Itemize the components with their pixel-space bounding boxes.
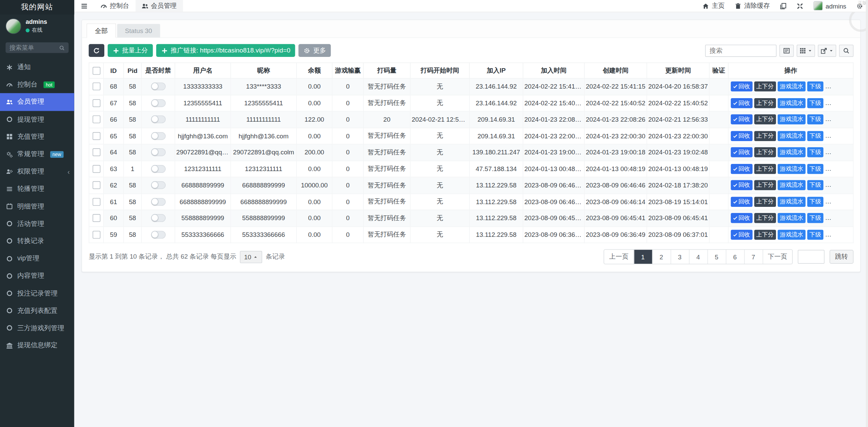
- sidebar-item[interactable]: 投注记录管理: [0, 285, 74, 302]
- batch-add-score-button[interactable]: 批量上分: [108, 44, 153, 57]
- ban-toggle[interactable]: [151, 99, 166, 107]
- recycle-button[interactable]: 回收: [731, 115, 752, 124]
- fullscreen-button[interactable]: [792, 0, 808, 12]
- ban-toggle[interactable]: [151, 83, 166, 91]
- recycle-button[interactable]: 回收: [731, 164, 752, 174]
- recycle-button[interactable]: 回收: [731, 213, 752, 223]
- subordinate-button[interactable]: 下级: [807, 98, 823, 108]
- sidebar-item[interactable]: 提现信息绑定: [0, 337, 74, 354]
- row-checkbox[interactable]: [92, 198, 100, 205]
- row-checkbox[interactable]: [92, 181, 100, 189]
- sidebar-item[interactable]: 活动管理: [0, 215, 74, 232]
- page-button[interactable]: 1: [633, 250, 652, 264]
- row-checkbox[interactable]: [92, 116, 100, 123]
- columns-button[interactable]: [797, 44, 815, 57]
- refresh-button[interactable]: [89, 44, 104, 57]
- page-button[interactable]: 3: [670, 250, 689, 264]
- filter-tab-status30[interactable]: Status 30: [117, 24, 160, 37]
- promo-link-button[interactable]: 推广链接: https://btcasino818.vip/#/?pid=0: [156, 44, 295, 57]
- copy-page-button[interactable]: [775, 0, 792, 12]
- game-flow-button[interactable]: 游戏流水: [778, 131, 806, 141]
- sidebar-item[interactable]: 轮播管理: [0, 180, 74, 198]
- ban-toggle[interactable]: [151, 116, 166, 123]
- subordinate-button[interactable]: 下级: [807, 180, 823, 190]
- game-flow-button[interactable]: 游戏流水: [778, 98, 806, 108]
- clear-cache-link[interactable]: 清除缓存: [730, 0, 775, 12]
- home-link[interactable]: 主页: [697, 0, 730, 12]
- sidebar-item[interactable]: 充值管理: [0, 128, 74, 146]
- recycle-button[interactable]: 回收: [731, 98, 752, 108]
- row-checkbox[interactable]: [92, 149, 100, 156]
- subordinate-button[interactable]: 下级: [807, 115, 823, 124]
- subordinate-button[interactable]: 下级: [807, 147, 823, 157]
- game-flow-button[interactable]: 游戏流水: [778, 81, 806, 91]
- table-search-button[interactable]: [839, 44, 854, 57]
- ban-toggle[interactable]: [151, 149, 166, 156]
- sidebar-search-input[interactable]: 搜索菜单: [5, 42, 69, 53]
- row-checkbox[interactable]: [92, 83, 100, 91]
- search-input[interactable]: [705, 44, 776, 57]
- recycle-button[interactable]: 回收: [731, 131, 752, 141]
- ban-toggle[interactable]: [151, 198, 166, 205]
- row-checkbox[interactable]: [92, 231, 100, 239]
- updown-button[interactable]: 上下分: [754, 180, 776, 190]
- sidebar-item[interactable]: 会员管理: [0, 93, 74, 111]
- detail-view-button[interactable]: [779, 44, 794, 57]
- updown-button[interactable]: 上下分: [754, 213, 776, 223]
- tab-member-management[interactable]: 会员管理: [135, 0, 183, 12]
- prev-page-button[interactable]: 上一页: [604, 250, 633, 264]
- sidebar-item[interactable]: 充值列表配置: [0, 302, 74, 319]
- updown-button[interactable]: 上下分: [754, 115, 776, 124]
- menu-toggle-icon[interactable]: [74, 0, 94, 12]
- sidebar-item[interactable]: 明细管理: [0, 198, 74, 215]
- subordinate-button[interactable]: 下级: [807, 213, 823, 223]
- user-menu[interactable]: admins: [808, 0, 851, 12]
- game-flow-button[interactable]: 游戏流水: [778, 230, 806, 240]
- game-flow-button[interactable]: 游戏流水: [778, 164, 806, 174]
- page-button[interactable]: 7: [744, 250, 762, 264]
- recycle-button[interactable]: 回收: [731, 230, 752, 240]
- recycle-button[interactable]: 回收: [731, 147, 752, 157]
- game-flow-button[interactable]: 游戏流水: [778, 147, 806, 157]
- page-button[interactable]: 5: [707, 250, 725, 264]
- updown-button[interactable]: 上下分: [754, 164, 776, 174]
- sidebar-item[interactable]: 常规管理new: [0, 146, 74, 163]
- ban-toggle[interactable]: [151, 231, 166, 239]
- sidebar-item[interactable]: 权限管理‹: [0, 163, 74, 180]
- game-flow-button[interactable]: 游戏流水: [778, 213, 806, 223]
- game-flow-button[interactable]: 游戏流水: [778, 197, 806, 207]
- sidebar-item[interactable]: 控制台hot: [0, 76, 74, 93]
- tab-console[interactable]: 控制台: [94, 0, 135, 12]
- jump-page-input[interactable]: [798, 250, 825, 264]
- updown-button[interactable]: 上下分: [754, 197, 776, 207]
- subordinate-button[interactable]: 下级: [807, 164, 823, 174]
- export-button[interactable]: [818, 44, 836, 57]
- recycle-button[interactable]: 回收: [731, 81, 752, 91]
- row-checkbox[interactable]: [92, 99, 100, 107]
- subordinate-button[interactable]: 下级: [807, 81, 823, 91]
- subordinate-button[interactable]: 下级: [807, 230, 823, 240]
- page-button[interactable]: 2: [652, 250, 670, 264]
- subordinate-button[interactable]: 下级: [807, 197, 823, 207]
- more-button[interactable]: 更多: [299, 44, 331, 57]
- next-page-button[interactable]: 下一页: [762, 250, 792, 264]
- game-flow-button[interactable]: 游戏流水: [778, 115, 806, 124]
- sidebar-item[interactable]: vip管理: [0, 250, 74, 267]
- sidebar-item[interactable]: 通知: [0, 59, 74, 76]
- updown-button[interactable]: 上下分: [754, 147, 776, 157]
- page-button[interactable]: 6: [725, 250, 744, 264]
- recycle-button[interactable]: 回收: [731, 180, 752, 190]
- page-button[interactable]: 4: [689, 250, 707, 264]
- sidebar-item[interactable]: 提现管理: [0, 111, 74, 128]
- row-checkbox[interactable]: [92, 165, 100, 173]
- ban-toggle[interactable]: [151, 214, 166, 222]
- updown-button[interactable]: 上下分: [754, 230, 776, 240]
- search-icon[interactable]: [59, 45, 64, 50]
- sidebar-item[interactable]: 转换记录: [0, 232, 74, 250]
- sidebar-item[interactable]: 三方游戏列管理: [0, 319, 74, 337]
- recycle-button[interactable]: 回收: [731, 197, 752, 207]
- updown-button[interactable]: 上下分: [754, 98, 776, 108]
- select-all-checkbox[interactable]: [92, 67, 100, 75]
- ban-toggle[interactable]: [151, 132, 166, 140]
- page-size-select[interactable]: 10: [240, 251, 263, 263]
